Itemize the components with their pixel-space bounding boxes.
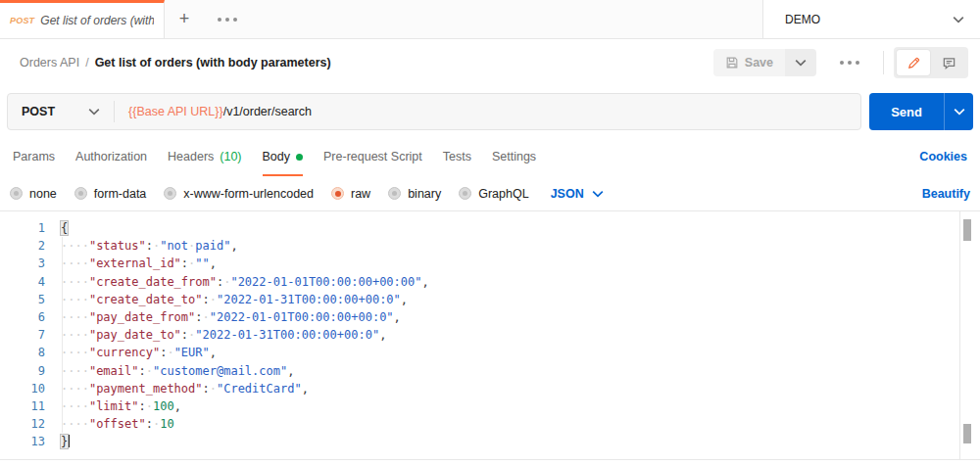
code-content: ····"payment_method":·"CreditCard", (45, 380, 309, 397)
tab-tests[interactable]: Tests (443, 137, 471, 176)
tab-label: Settings (492, 150, 536, 163)
tab-label: Authorization (75, 150, 147, 163)
body-type-none[interactable]: none (10, 187, 57, 201)
method-selector[interactable]: POST (8, 105, 114, 118)
save-button[interactable]: Save (713, 49, 785, 76)
request-tab[interactable]: POST Get list of orders (with b (0, 0, 165, 38)
beautify-link[interactable]: Beautify (922, 187, 970, 201)
code-line: 8····"currency":·"EUR", (0, 344, 980, 361)
overview-ruler-marker (963, 424, 971, 443)
chevron-down-icon (953, 14, 964, 25)
tab-headers[interactable]: Headers(10) (168, 137, 241, 176)
body-type-label: x-www-form-urlencoded (183, 187, 314, 201)
code-line: 7····"pay_date_to":·"2022-01-31T00:00:00… (0, 326, 980, 344)
comments-button[interactable] (932, 50, 965, 75)
edit-documentation-button[interactable] (897, 50, 930, 75)
line-number: 12 (0, 415, 45, 433)
code-content: ····"limit":·100, (45, 397, 181, 415)
line-number: 2 (0, 237, 45, 255)
more-actions-button[interactable] (826, 61, 873, 65)
send-button[interactable]: Send (869, 93, 944, 130)
tab-label: Headers (168, 150, 214, 163)
line-number: 13 (0, 433, 45, 450)
code-line: 3····"external_id":·"", (0, 255, 980, 272)
code-line: 1{ (0, 219, 980, 237)
tab-body[interactable]: Body (263, 137, 304, 176)
url-variable: {{Base API URL}} (128, 105, 223, 118)
line-number: 1 (0, 219, 45, 237)
code-content: ····"pay_date_to":·"2022-01-31T00:00:00+… (45, 326, 386, 344)
request-url-box: POST {{Base API URL}}/v1/order/search (7, 93, 861, 130)
code-content: ····"email":·"customer@mail.com", (45, 362, 294, 380)
radio-icon (388, 187, 401, 200)
line-number: 7 (0, 326, 45, 344)
workspace-selector[interactable]: DEMO (762, 0, 980, 38)
more-dots-icon (218, 18, 221, 22)
url-input[interactable]: {{Base API URL}}/v1/order/search (115, 105, 860, 118)
text-cursor (69, 435, 70, 447)
chevron-down-icon (88, 106, 100, 117)
body-editor[interactable]: 1{2····"status":·"not·paid",3····"extern… (0, 211, 980, 460)
body-type-x-www-form-urlencoded[interactable]: x-www-form-urlencoded (164, 187, 314, 201)
line-number: 9 (0, 362, 45, 380)
code-content: ····"currency":·"EUR", (45, 344, 217, 361)
code-line: 13} (0, 433, 980, 450)
body-type-label: form-data (94, 187, 147, 201)
radio-icon (10, 187, 23, 200)
breadcrumb-separator: / (85, 56, 88, 70)
code-content: } (45, 433, 70, 450)
body-type-label: binary (408, 187, 441, 201)
indent-guide (62, 237, 63, 433)
tab-pre-request-script[interactable]: Pre-request Script (323, 137, 422, 176)
editor-scrollbar (959, 211, 973, 459)
method-value: POST (22, 105, 55, 118)
breadcrumb-collection[interactable]: Orders API (20, 56, 79, 70)
radio-icon (74, 187, 87, 200)
code-line: 9····"email":·"customer@mail.com", (0, 362, 980, 380)
breadcrumb: Orders API / Get list of orders (with bo… (20, 56, 713, 70)
comment-icon (942, 56, 956, 70)
url-path: /v1/order/search (223, 105, 312, 118)
unsaved-changes-dot-icon (296, 154, 303, 161)
language-selector[interactable]: JSON (551, 187, 604, 201)
code-line: 4····"create_date_from":·"2022-01-01T00:… (0, 273, 980, 291)
new-tab-button[interactable]: + (165, 0, 204, 38)
documentation-comments-toggle (894, 47, 968, 78)
line-number: 4 (0, 273, 45, 291)
line-number: 10 (0, 380, 45, 397)
tab-authorization[interactable]: Authorization (75, 137, 147, 176)
code-content: ····"create_date_from":·"2022-01-01T00:0… (45, 273, 429, 291)
divider (883, 51, 884, 74)
request-tabs: Cookies ParamsAuthorizationHeaders(10)Bo… (0, 137, 980, 176)
tab-settings[interactable]: Settings (492, 137, 536, 176)
tab-params[interactable]: Params (13, 137, 55, 176)
workspace-tab-strip: POST Get list of orders (with b + DEMO (0, 0, 980, 39)
body-type-raw[interactable]: raw (331, 187, 370, 201)
body-type-graphql[interactable]: GraphQL (459, 187, 528, 201)
line-number: 3 (0, 255, 45, 272)
code-content: ····"status":·"not·paid", (45, 237, 238, 255)
line-number: 11 (0, 397, 45, 415)
tab-label: Params (13, 150, 55, 163)
cookies-link[interactable]: Cookies (919, 150, 967, 163)
line-number: 5 (0, 291, 45, 308)
save-options-button[interactable] (785, 49, 816, 76)
send-options-button[interactable] (944, 93, 973, 130)
code-lines: 1{2····"status":·"not·paid",3····"extern… (0, 211, 980, 450)
body-type-binary[interactable]: binary (388, 187, 441, 201)
code-line: 10····"payment_method":·"CreditCard", (0, 380, 980, 397)
scrollbar-thumb[interactable] (963, 219, 971, 241)
code-content: ····"create_date_to":·"2022-01-31T00:00:… (45, 291, 408, 308)
code-line: 11····"limit":·100, (0, 397, 980, 415)
request-title: Get list of orders (with body parameters… (95, 56, 331, 70)
save-button-label: Save (745, 56, 773, 70)
pencil-icon (906, 56, 921, 70)
tab-count-badge: (10) (220, 150, 241, 163)
body-type-label: raw (351, 187, 370, 201)
tab-options-menu-button[interactable] (204, 0, 251, 38)
request-url-row: POST {{Base API URL}}/v1/order/search Se… (0, 86, 980, 137)
language-value: JSON (551, 187, 584, 201)
code-content: ····"pay_date_from":·"2022-01-01T00:00:0… (45, 308, 401, 326)
body-type-form-data[interactable]: form-data (74, 187, 147, 201)
chevron-down-icon (592, 188, 604, 200)
